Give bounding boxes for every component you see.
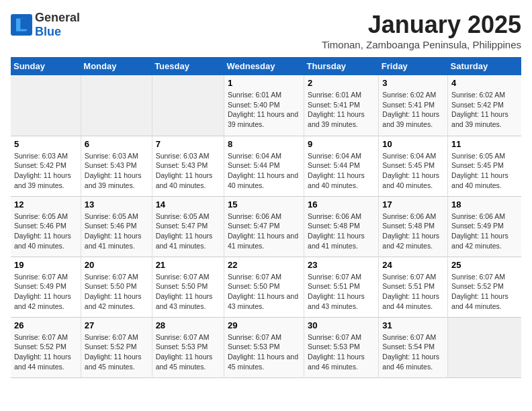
sunrise-text: Sunrise: 6:04 AM: [228, 151, 300, 161]
sunrise-text: Sunrise: 6:01 AM: [308, 90, 375, 100]
day-info: Sunrise: 6:04 AMSunset: 5:44 PMDaylight:…: [228, 151, 300, 191]
day-info: Sunrise: 6:06 AMSunset: 5:48 PMDaylight:…: [382, 212, 444, 251]
calendar-cell: 3Sunrise: 6:02 AMSunset: 5:41 PMDaylight…: [379, 75, 448, 136]
day-number: 17: [382, 199, 444, 210]
daylight-text: Daylight: 11 hours and 44 minutes.: [451, 291, 518, 311]
calendar-cell: 5Sunrise: 6:03 AMSunset: 5:42 PMDaylight…: [11, 136, 81, 196]
daylight-text: Daylight: 11 hours and 41 minutes.: [156, 231, 220, 250]
day-number: 31: [382, 320, 444, 330]
weekday-header: Tuesday: [152, 57, 224, 75]
sunset-text: Sunset: 5:54 PM: [382, 342, 444, 352]
day-number: 4: [451, 78, 518, 88]
sunset-text: Sunset: 5:52 PM: [14, 342, 77, 352]
sunset-text: Sunset: 5:53 PM: [156, 342, 220, 352]
weekday-header: Wednesday: [224, 57, 304, 75]
logo: General Blue: [11, 11, 80, 39]
sunset-text: Sunset: 5:51 PM: [308, 281, 375, 291]
sunrise-text: Sunrise: 6:07 AM: [85, 272, 148, 282]
day-number: 19: [14, 260, 77, 270]
day-info: Sunrise: 6:05 AMSunset: 5:45 PMDaylight:…: [451, 151, 518, 191]
sunrise-text: Sunrise: 6:06 AM: [382, 212, 444, 222]
sunset-text: Sunset: 5:40 PM: [228, 100, 300, 110]
sunset-text: Sunset: 5:50 PM: [85, 281, 148, 291]
calendar-cell: 13Sunrise: 6:05 AMSunset: 5:46 PMDayligh…: [81, 196, 152, 257]
calendar-cell: 30Sunrise: 6:07 AMSunset: 5:53 PMDayligh…: [304, 317, 379, 377]
day-info: Sunrise: 6:03 AMSunset: 5:43 PMDaylight:…: [156, 151, 220, 191]
sunrise-text: Sunrise: 6:07 AM: [308, 272, 375, 282]
sunset-text: Sunset: 5:47 PM: [156, 221, 220, 231]
daylight-text: Daylight: 11 hours and 42 minutes.: [85, 291, 148, 311]
day-info: Sunrise: 6:07 AMSunset: 5:50 PMDaylight:…: [85, 272, 148, 312]
day-number: 21: [156, 260, 220, 270]
day-number: 11: [451, 139, 518, 149]
daylight-text: Daylight: 11 hours and 45 minutes.: [228, 352, 300, 371]
daylight-text: Daylight: 11 hours and 41 minutes.: [228, 231, 300, 250]
day-number: 15: [228, 199, 300, 210]
sunrise-text: Sunrise: 6:07 AM: [156, 272, 220, 282]
day-number: 23: [308, 260, 375, 270]
day-number: 25: [451, 260, 518, 270]
day-info: Sunrise: 6:07 AMSunset: 5:52 PMDaylight:…: [85, 332, 148, 372]
daylight-text: Daylight: 11 hours and 40 minutes.: [228, 171, 300, 190]
sunrise-text: Sunrise: 6:03 AM: [156, 151, 220, 161]
logo-icon: [11, 14, 32, 36]
calendar-week-row: 19Sunrise: 6:07 AMSunset: 5:49 PMDayligh…: [11, 257, 521, 317]
daylight-text: Daylight: 11 hours and 39 minutes.: [451, 109, 518, 129]
day-info: Sunrise: 6:07 AMSunset: 5:53 PMDaylight:…: [156, 332, 220, 372]
daylight-text: Daylight: 11 hours and 42 minutes.: [451, 231, 518, 250]
calendar-cell: 20Sunrise: 6:07 AMSunset: 5:50 PMDayligh…: [81, 257, 152, 317]
sunrise-text: Sunrise: 6:07 AM: [14, 272, 77, 282]
day-info: Sunrise: 6:03 AMSunset: 5:43 PMDaylight:…: [85, 151, 148, 191]
weekday-header: Saturday: [448, 57, 521, 75]
sunset-text: Sunset: 5:48 PM: [382, 221, 444, 231]
calendar-week-row: 26Sunrise: 6:07 AMSunset: 5:52 PMDayligh…: [11, 317, 521, 377]
calendar-cell: 10Sunrise: 6:04 AMSunset: 5:45 PMDayligh…: [379, 136, 448, 196]
sunset-text: Sunset: 5:43 PM: [156, 161, 220, 171]
calendar-cell: 25Sunrise: 6:07 AMSunset: 5:52 PMDayligh…: [448, 257, 521, 317]
calendar-week-row: 1Sunrise: 6:01 AMSunset: 5:40 PMDaylight…: [11, 75, 521, 136]
sunrise-text: Sunrise: 6:07 AM: [308, 332, 375, 342]
day-info: Sunrise: 6:07 AMSunset: 5:52 PMDaylight:…: [451, 272, 518, 312]
sunrise-text: Sunrise: 6:05 AM: [156, 212, 220, 222]
sunset-text: Sunset: 5:52 PM: [85, 342, 148, 352]
day-info: Sunrise: 6:01 AMSunset: 5:40 PMDaylight:…: [228, 90, 300, 130]
calendar-cell: 31Sunrise: 6:07 AMSunset: 5:54 PMDayligh…: [379, 317, 448, 377]
calendar-week-row: 12Sunrise: 6:05 AMSunset: 5:46 PMDayligh…: [11, 196, 521, 257]
day-info: Sunrise: 6:06 AMSunset: 5:48 PMDaylight:…: [308, 212, 375, 251]
day-info: Sunrise: 6:07 AMSunset: 5:50 PMDaylight:…: [228, 272, 300, 312]
sunrise-text: Sunrise: 6:07 AM: [382, 272, 444, 282]
day-number: 12: [14, 199, 77, 210]
day-number: 7: [156, 139, 220, 149]
sunset-text: Sunset: 5:46 PM: [14, 221, 77, 231]
location-title: Timonan, Zamboanga Peninsula, Philippine…: [322, 39, 521, 50]
day-number: 6: [85, 139, 148, 149]
title-area: January 2025 Timonan, Zamboanga Peninsul…: [322, 11, 521, 50]
sunrise-text: Sunrise: 6:03 AM: [85, 151, 148, 161]
calendar-cell: 4Sunrise: 6:02 AMSunset: 5:42 PMDaylight…: [448, 75, 521, 136]
day-info: Sunrise: 6:07 AMSunset: 5:51 PMDaylight:…: [308, 272, 375, 312]
daylight-text: Daylight: 11 hours and 40 minutes.: [156, 171, 220, 190]
sunrise-text: Sunrise: 6:06 AM: [228, 212, 300, 222]
calendar-cell: [152, 75, 224, 136]
daylight-text: Daylight: 11 hours and 45 minutes.: [85, 352, 148, 371]
calendar-cell: 16Sunrise: 6:06 AMSunset: 5:48 PMDayligh…: [304, 196, 379, 257]
sunset-text: Sunset: 5:48 PM: [308, 221, 375, 231]
daylight-text: Daylight: 11 hours and 41 minutes.: [85, 231, 148, 250]
daylight-text: Daylight: 11 hours and 39 minutes.: [14, 171, 77, 190]
sunrise-text: Sunrise: 6:07 AM: [228, 272, 300, 282]
sunset-text: Sunset: 5:49 PM: [451, 221, 518, 231]
calendar-cell: [81, 75, 152, 136]
logo-blue-text: Blue: [35, 25, 61, 38]
calendar-cell: 6Sunrise: 6:03 AMSunset: 5:43 PMDaylight…: [81, 136, 152, 196]
sunset-text: Sunset: 5:42 PM: [14, 161, 77, 171]
daylight-text: Daylight: 11 hours and 40 minutes.: [308, 171, 375, 190]
calendar-cell: 23Sunrise: 6:07 AMSunset: 5:51 PMDayligh…: [304, 257, 379, 317]
sunrise-text: Sunrise: 6:05 AM: [14, 212, 77, 222]
calendar-week-row: 5Sunrise: 6:03 AMSunset: 5:42 PMDaylight…: [11, 136, 521, 196]
calendar-cell: 12Sunrise: 6:05 AMSunset: 5:46 PMDayligh…: [11, 196, 81, 257]
sunset-text: Sunset: 5:45 PM: [451, 161, 518, 171]
day-number: 5: [14, 139, 77, 149]
day-info: Sunrise: 6:05 AMSunset: 5:47 PMDaylight:…: [156, 212, 220, 251]
daylight-text: Daylight: 11 hours and 42 minutes.: [382, 231, 444, 250]
sunrise-text: Sunrise: 6:06 AM: [308, 212, 375, 222]
